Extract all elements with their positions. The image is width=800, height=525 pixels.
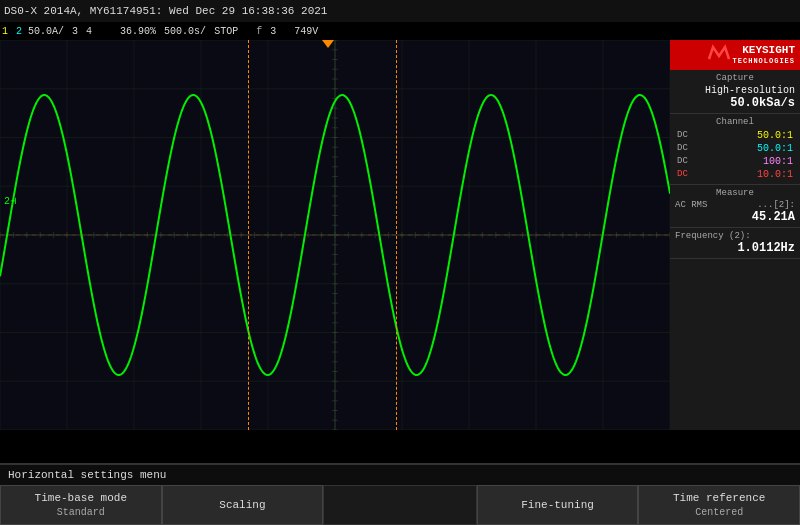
fine-tuning-button[interactable]: Fine-tuning (477, 485, 639, 525)
capture-section: Capture High-resolution 50.0kSa/s (670, 70, 800, 114)
ch3-coupling: DC (677, 156, 688, 167)
freq-label: Frequency (2): (675, 231, 795, 241)
title-bar: DS0-X 2014A, MY61174951: Wed Dec 29 16:3… (0, 0, 800, 22)
ac-rms-channel: ...[2]: (757, 200, 795, 210)
trigger-icon: f (256, 26, 262, 37)
measure-section: Measure AC RMS ...[2]: 45.21A (670, 185, 800, 228)
time-pos: 36.90% (120, 26, 156, 37)
capture-mode: High-resolution (675, 85, 795, 96)
scale-bar: 1 2 50.0A/ 3 4 36.90% 500.0s/ STOP f 3 7… (0, 22, 800, 40)
ch2-label: 2 50.0A/ (16, 26, 64, 37)
status-label: STOP (214, 26, 238, 37)
menu-title: Horizontal settings menu (0, 465, 800, 485)
capture-title: Capture (675, 73, 795, 83)
waveform-svg (0, 40, 670, 430)
trigger-position-marker (322, 40, 334, 48)
ch4-label: 4 (86, 26, 92, 37)
time-base-mode-label: Time-base mode (35, 491, 127, 505)
channel-row-4: DC 10.0:1 (675, 168, 795, 181)
ch4-coupling: DC (677, 169, 688, 180)
ch3-label: 3 (72, 26, 78, 37)
channel-row-1: DC 50.0:1 (675, 129, 795, 142)
cursor-line-2 (396, 40, 397, 430)
measure-title: Measure (675, 188, 795, 198)
bottom-bar: Horizontal settings menu Time-base mode … (0, 463, 800, 525)
trigger-ch: 3 (270, 26, 276, 37)
scope-display (0, 40, 670, 430)
channel-title: Channel (675, 117, 795, 127)
frequency-section: Frequency (2): 1.0112Hz (670, 228, 800, 259)
time-reference-button[interactable]: Time reference Centered (638, 485, 800, 525)
ch1-scale: 50.0:1 (757, 130, 793, 141)
menu-buttons: Time-base mode Standard Scaling Fine-tun… (0, 485, 800, 525)
keysight-icon (708, 44, 730, 62)
voltage-label: 749V (294, 26, 318, 37)
title-text: DS0-X 2014A, MY61174951: Wed Dec 29 16:3… (4, 5, 327, 17)
ch4-scale: 10.0:1 (757, 169, 793, 180)
right-panel: KEYSIGHT TECHNOLOGIES Capture High-resol… (670, 40, 800, 430)
cursor-line-1 (248, 40, 249, 430)
ch2-coupling: DC (677, 143, 688, 154)
freq-value: 1.0112Hz (675, 241, 795, 255)
capture-rate: 50.0kSa/s (675, 96, 795, 110)
keysight-logo: KEYSIGHT TECHNOLOGIES (670, 40, 800, 70)
time-base-mode-value: Standard (57, 506, 105, 519)
ac-rms-value: 45.21A (675, 210, 795, 224)
ch2-scale: 50.0:1 (757, 143, 793, 154)
channel-row-2: DC 50.0:1 (675, 142, 795, 155)
brand-text: KEYSIGHT TECHNOLOGIES (733, 44, 795, 66)
time-base-mode-button[interactable]: Time-base mode Standard (0, 485, 162, 525)
scaling-button[interactable]: Scaling (162, 485, 324, 525)
time-scale: 500.0s/ (164, 26, 206, 37)
fine-tuning-label: Fine-tuning (521, 498, 594, 512)
ch3-scale: 100:1 (763, 156, 793, 167)
ac-rms-label: AC RMS (675, 200, 707, 210)
empty-btn-1 (323, 485, 477, 525)
ch1-label: 1 (2, 26, 8, 37)
time-reference-label: Time reference (673, 491, 765, 505)
channel-row-3: DC 100:1 (675, 155, 795, 168)
ch1-coupling: DC (677, 130, 688, 141)
channel-section: Channel DC 50.0:1 DC 50.0:1 DC 100:1 DC … (670, 114, 800, 185)
time-reference-value: Centered (695, 506, 743, 519)
ground-marker: 2⊣ (4, 195, 16, 207)
ac-rms-label-row: AC RMS ...[2]: (675, 200, 795, 210)
scaling-label: Scaling (219, 498, 265, 512)
